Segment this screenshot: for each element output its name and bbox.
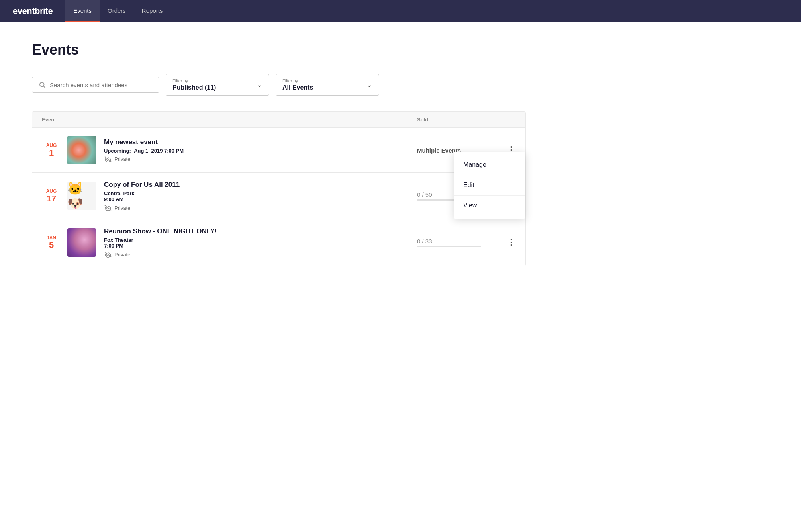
event-date: Jan 5 [42,235,61,250]
col-actions-header [497,117,516,123]
context-menu: Manage Edit View [454,152,525,219]
search-box[interactable] [32,77,159,93]
private-label: Private [114,205,130,211]
svg-line-1 [43,86,45,88]
more-options-button[interactable]: ⋮ [497,237,516,248]
event-meta: Upcoming: Aug 1, 2019 7:00 PM [104,148,417,154]
filter1-value: Published (11) [172,84,216,91]
event-date: Aug 1 [42,143,61,158]
event-name[interactable]: Copy of For Us All 2011 [104,181,417,189]
chevron-down-icon-2: ⌄ [366,80,372,89]
event-date: Aug 17 [42,188,61,203]
event-day: 17 [47,194,56,203]
search-input[interactable] [50,82,153,88]
event-day: 5 [49,241,54,250]
filter2-value: All Events [282,84,313,91]
edit-menu-item[interactable]: Edit [454,175,525,195]
event-datetime: Aug 1, 2019 7:00 PM [134,148,184,154]
event-thumbnail [67,228,96,257]
event-name[interactable]: Reunion Show - ONE NIGHT ONLY! [104,227,417,235]
filter-allevents-select[interactable]: Filter by All Events ⌄ [276,74,379,96]
filter2-label: Filter by [282,78,313,83]
table-row: Aug 17 🐱🐶 Copy of For Us All 2011 Centra… [32,173,525,219]
event-info: Reunion Show - ONE NIGHT ONLY! Fox Theat… [104,227,417,258]
svg-point-0 [40,82,44,87]
filter1-label: Filter by [172,78,216,83]
event-private: Private [104,251,417,258]
chevron-down-icon: ⌄ [257,80,262,89]
page-title: Events [32,41,526,58]
event-month: Aug [46,143,57,148]
manage-menu-item[interactable]: Manage [454,155,525,175]
table-header: Event Sold [32,112,525,128]
event-time: 9:00 AM [104,196,123,202]
nav-item-reports[interactable]: Reports [134,0,171,22]
col-sold-header: Sold [417,117,497,123]
sold-value-text: 0 / 33 [417,238,497,244]
event-meta: Central Park 9:00 AM [104,190,417,202]
private-icon [104,205,112,211]
event-time: 7:00 PM [104,243,123,249]
nav-item-events[interactable]: Events [65,0,100,22]
event-private: Private [104,205,417,211]
event-day: 1 [49,148,54,158]
col-event-header: Event [42,117,417,123]
table-row: Aug 1 My newest event Upcoming: Aug 1, 2… [32,128,525,173]
upcoming-label: Upcoming: [104,148,131,154]
event-info: Copy of For Us All 2011 Central Park 9:0… [104,181,417,211]
main-content: Events Filter by Published (11) ⌄ Filter… [0,22,558,285]
logo[interactable]: eventbrite [13,6,53,16]
filters-row: Filter by Published (11) ⌄ Filter by All… [32,74,526,96]
event-month: Aug [46,188,57,194]
navbar: eventbrite Events Orders Reports [0,0,801,22]
search-icon [39,81,46,88]
private-icon [104,251,112,258]
nav-item-orders[interactable]: Orders [100,0,134,22]
private-label: Private [114,252,130,258]
event-sold: 0 / 33 [417,238,497,247]
event-thumbnail [67,136,96,164]
event-month: Jan [47,235,56,241]
thumbnail-image [67,136,96,164]
events-table: Event Sold Aug 1 My newest event Upcomin… [32,111,526,266]
event-name[interactable]: My newest event [104,138,417,146]
event-thumbnail: 🐱🐶 [67,182,96,210]
event-info: My newest event Upcoming: Aug 1, 2019 7:… [104,138,417,162]
event-location: Fox Theater [104,237,133,243]
table-row: Jan 5 Reunion Show - ONE NIGHT ONLY! Fox… [32,219,525,266]
event-meta: Fox Theater 7:00 PM [104,237,417,249]
sold-bar [417,246,481,247]
view-menu-item[interactable]: View [454,196,525,215]
thumbnail-image [67,228,96,257]
filter-published-select[interactable]: Filter by Published (11) ⌄ [166,74,269,96]
event-private: Private [104,156,417,162]
thumbnail-image: 🐱🐶 [67,182,96,210]
private-icon [104,156,112,162]
private-label: Private [114,156,130,162]
event-location: Central Park [104,190,135,196]
